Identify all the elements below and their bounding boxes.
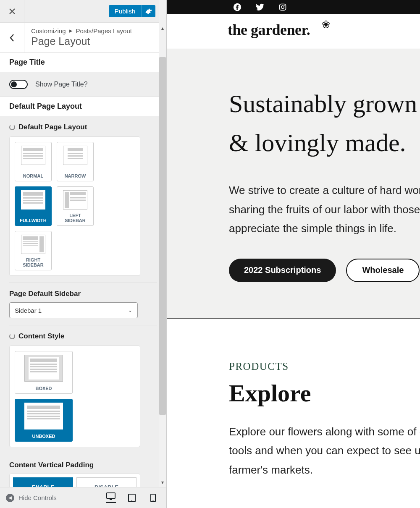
social-bar: [167, 0, 420, 14]
svg-point-3: [131, 500, 132, 501]
layout-fullwidth[interactable]: FULLWIDTH: [15, 186, 52, 226]
products-section: PRODUCTS Explore Explore our flowers alo…: [167, 319, 420, 480]
vpad-enable[interactable]: ENABLE: [13, 477, 73, 487]
layout-narrow-label: NARROW: [65, 173, 86, 178]
style-boxed[interactable]: BOXED: [15, 351, 73, 394]
reset-icon[interactable]: [9, 333, 15, 339]
collapse-bottom-icon[interactable]: ▾: [160, 479, 165, 485]
desktop-icon: [106, 492, 116, 501]
hide-controls-label: Hide Controls: [18, 494, 57, 501]
site-logo[interactable]: the gardener.: [228, 21, 328, 39]
page-title: Page Layout: [31, 35, 132, 47]
bottom-bar: ◀ Hide Controls: [0, 487, 166, 508]
products-body-line1: Explore our flowers along with some of o…: [229, 422, 420, 442]
action-bar: Publish: [0, 0, 166, 23]
device-switcher: [106, 493, 158, 503]
layout-right-label: RIGHT SIDEBAR: [17, 257, 50, 267]
section-header: Customizing ▸ Posts/Pages Layout Page La…: [0, 23, 166, 53]
chevron-down-icon: ⌄: [128, 307, 132, 313]
device-tablet[interactable]: [127, 493, 137, 503]
section-default-page-layout: Default Page Layout: [0, 97, 166, 116]
chevron-left-icon: [9, 34, 15, 42]
products-eyebrow: PRODUCTS: [229, 361, 420, 372]
publish-button[interactable]: Publish: [109, 5, 141, 17]
facebook-icon[interactable]: [233, 3, 242, 11]
publish-settings-button[interactable]: [141, 5, 155, 17]
hero-body-line3: appreciate the simple things in life.: [229, 219, 420, 238]
flower-icon: ❀: [322, 18, 330, 30]
layout-right-sidebar[interactable]: RIGHT SIDEBAR: [15, 231, 52, 270]
default-sidebar-select[interactable]: Sidebar 1 ⌄: [9, 302, 138, 318]
device-mobile[interactable]: [148, 493, 158, 503]
layout-fullwidth-label: FULLWIDTH: [20, 218, 47, 223]
subscriptions-button[interactable]: 2022 Subscriptions: [229, 259, 336, 282]
scrollbar-thumb[interactable]: [159, 57, 166, 415]
hero-body-line2: sharing the fruits of our labor with tho…: [229, 200, 420, 220]
layout-normal[interactable]: NORMAL: [15, 142, 52, 181]
back-button[interactable]: [0, 23, 24, 52]
site-header: ❀ the gardener.: [167, 14, 420, 49]
section-page-title: Page Title: [0, 53, 166, 72]
reset-icon[interactable]: [9, 124, 15, 130]
vpad-grid: ENABLE DISABLE TOP ONLY BOTTOM ONLY: [9, 474, 140, 487]
instagram-icon[interactable]: [278, 3, 287, 11]
sidebar-scroll: Publish Customizing ▸ Posts/Pages Layout…: [0, 0, 166, 487]
show-page-title-row: Show Page Title?: [0, 72, 166, 97]
svg-rect-1: [110, 499, 112, 500]
tablet-icon: [128, 494, 136, 502]
collapse-top-icon[interactable]: ▴: [160, 25, 165, 31]
svg-rect-0: [107, 493, 115, 498]
vpad-label: Content Vertical Padding: [9, 461, 157, 469]
caret-left-icon: ◀: [6, 494, 14, 502]
crumb-path: Posts/Pages Layout: [76, 27, 132, 34]
hero-section: Sustainably grown & lovingly made. We st…: [167, 49, 420, 319]
customizer-sidebar: Publish Customizing ▸ Posts/Pages Layout…: [0, 0, 166, 508]
layout-cards: NORMAL NARROW FULLWIDTH LEFT SIDEBAR RIG…: [9, 136, 140, 276]
show-page-title-toggle[interactable]: [9, 80, 28, 89]
style-unboxed[interactable]: UNBOXED: [15, 399, 73, 442]
wholesale-button[interactable]: Wholesale: [346, 259, 420, 282]
content-style-label: Content Style: [18, 332, 65, 340]
show-page-title-label: Show Page Title?: [35, 81, 88, 88]
preview-pane: ❀ the gardener. Sustainably grown & lovi…: [166, 0, 420, 508]
default-sidebar-label: Page Default Sidebar: [9, 290, 157, 298]
svg-point-8: [281, 6, 284, 9]
layout-left-label: LEFT SIDEBAR: [59, 213, 92, 223]
device-desktop[interactable]: [106, 493, 116, 503]
svg-rect-7: [280, 4, 286, 10]
layout-normal-label: NORMAL: [23, 173, 43, 178]
close-button[interactable]: [0, 0, 24, 23]
style-unboxed-label: UNBOXED: [32, 434, 55, 439]
hero-heading-line2: & lovingly made.: [229, 123, 420, 162]
hide-controls-button[interactable]: ◀ Hide Controls: [6, 494, 57, 502]
gear-icon: [145, 8, 152, 15]
twitter-icon[interactable]: [256, 3, 264, 11]
default-layout-label: Default Page Layout: [18, 123, 87, 131]
vpad-disable[interactable]: DISABLE: [76, 477, 136, 487]
svg-point-9: [284, 5, 285, 6]
content-style-cards: BOXED UNBOXED: [9, 346, 140, 447]
style-boxed-label: BOXED: [35, 386, 52, 391]
layout-left-sidebar[interactable]: LEFT SIDEBAR: [57, 186, 94, 226]
svg-point-5: [152, 500, 153, 501]
chevron-right-icon: ▸: [69, 27, 73, 34]
hero-body-line1: We strive to create a culture of hard wo…: [229, 181, 420, 200]
crumb-root: Customizing: [31, 27, 66, 34]
products-body-line3: farmer's markets.: [229, 461, 420, 480]
products-body-line2: tools and when you can expect to see us …: [229, 441, 420, 461]
default-sidebar-value: Sidebar 1: [15, 307, 42, 314]
hero-heading-line1: Sustainably grown: [229, 84, 420, 123]
products-heading: Explore: [229, 379, 420, 407]
breadcrumb: Customizing ▸ Posts/Pages Layout: [31, 27, 132, 34]
mobile-icon: [150, 494, 156, 502]
layout-narrow[interactable]: NARROW: [57, 142, 94, 181]
